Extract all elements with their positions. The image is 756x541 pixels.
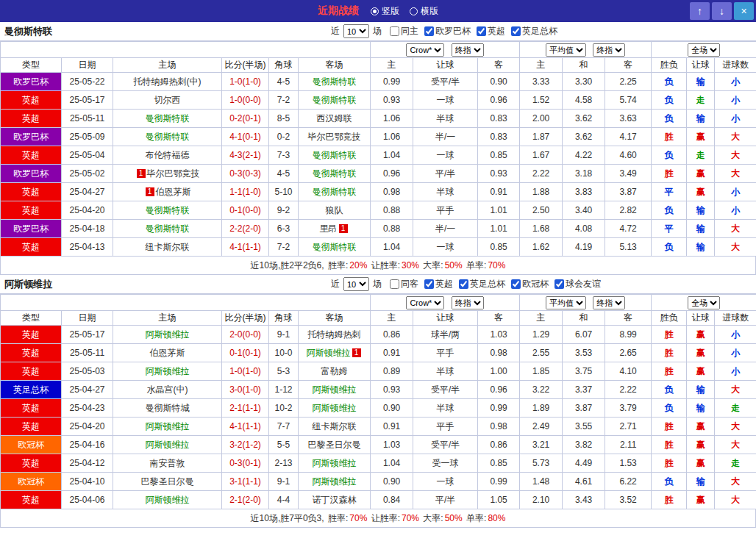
league-filter-checkbox[interactable] [424,279,434,289]
euro-draw-odds-cell: 3.82 [563,436,605,454]
odds-settings-row: Crow* 终指 平均值 终指 全场 [1,42,756,58]
match-row: 英超25-04-13纽卡斯尔联4-1(1-1)7-2曼彻斯特联1.04一球0.8… [1,238,756,257]
asia-odds-time-select[interactable]: 终指 [452,296,484,309]
league-filter[interactable]: 欧罗巴杯 [424,25,471,37]
league-filter[interactable]: 英超 [424,278,453,290]
scope-settings: 全场 [652,295,756,311]
euro-draw-odds-cell: 3.83 [563,183,605,201]
scroll-down-button[interactable]: ↓ [712,2,732,20]
handicap-result-cell: 赢 [687,128,715,146]
date-cell: 25-04-06 [62,491,113,509]
matches-table: Crow* 终指 平均值 终指 全场 类型日期主场比分(半场)角球客场主让球客主… [0,294,756,509]
euro-home-odds-cell: 1.88 [520,183,563,201]
goals-result-cell: 走 [715,399,756,418]
summary-stat-label: 胜率: [326,512,349,525]
asia-home-odds-cell: 0.86 [371,326,413,344]
league-filter[interactable]: 球会友谊 [554,278,601,290]
euro-odds-mode-select[interactable]: 平均值 [546,43,586,57]
summary-stat-value: 80% [488,513,505,523]
match-count-select[interactable]: 10 [343,277,369,291]
home-team-cell: 托特纳姆热刺(中) [113,73,222,91]
euro-away-odds-cell: 3.52 [605,491,652,509]
league-filter[interactable]: 欧冠杯 [511,278,549,290]
asia-odds-settings: Crow* 终指 [371,42,520,58]
handicap-result-cell: 赢 [687,165,715,183]
asia-home-odds-cell: 1.04 [371,146,413,165]
euro-home-odds-cell: 3.22 [520,381,563,399]
handicap-result-cell: 输 [687,110,715,128]
summary-stat-label: 让胜率: [368,512,400,525]
bookmaker-select[interactable]: Crow* [406,296,444,309]
asia-handicap-cell: 半/一 [413,220,478,238]
league-filter-checkbox[interactable] [424,26,434,36]
league-filter[interactable]: 英超 [477,25,505,37]
away-team-name: 阿斯顿维拉 [307,348,351,358]
league-cell: 欧罗巴杯 [1,220,62,238]
home-team-cell: 切尔西 [113,91,222,110]
league-filter[interactable]: 同主 [390,25,418,37]
layout-radio-vertical[interactable]: 竖版 [371,5,399,18]
euro-odds-time-select[interactable]: 终指 [593,296,625,309]
page-title: 近期战绩 [318,4,359,18]
league-filter-checkbox[interactable] [390,26,399,36]
handicap-result-cell: 赢 [687,362,715,381]
euro-home-odds-cell: 1.68 [520,220,563,238]
asia-home-odds-cell: 0.89 [371,362,413,381]
league-filter[interactable]: 同客 [390,278,418,290]
league-filter-checkbox[interactable] [554,279,564,289]
match-count-select[interactable]: 10 [343,24,369,38]
away-team-name: 阿斯顿维拉 [313,384,357,395]
league-cell: 英超 [1,238,62,257]
away-team-name: 曼彻斯特联 [313,168,357,179]
asia-odds-time-select[interactable]: 终指 [452,43,484,57]
league-filter-checkbox[interactable] [477,26,486,36]
asia-home-odds-cell: 0.90 [371,473,413,491]
corner-cell: 10-2 [269,399,299,418]
layout-radio-horizontal[interactable]: 横版 [410,5,438,18]
home-team-name: 曼彻斯特城 [146,403,190,413]
scroll-up-button[interactable]: ↑ [690,2,710,20]
league-filter-checkbox[interactable] [390,279,399,289]
column-header: 主 [371,311,413,326]
asia-handicap-cell: 一球 [413,473,478,491]
handicap-result-cell: 输 [687,73,715,91]
league-filter[interactable]: 英足总杯 [459,278,505,290]
home-team-cell: 巴黎圣日尔曼 [113,473,222,491]
close-button[interactable]: × [734,2,754,20]
league-filter-checkbox[interactable] [511,279,521,289]
home-team-name: 曼彻斯特联 [146,132,190,142]
euro-home-odds-cell: 3.33 [520,73,563,91]
league-cell: 英超 [1,399,62,418]
league-filter-checkbox[interactable] [459,279,468,289]
scope-select[interactable]: 全场 [688,296,720,309]
winloss-result-cell: 胜 [652,491,687,509]
euro-odds-settings: 平均值 终指 [520,295,652,311]
league-filter[interactable]: 英足总杯 [511,25,557,37]
scope-settings: 全场 [652,42,756,58]
winloss-result-cell: 负 [652,146,687,165]
date-cell: 25-04-16 [62,436,113,454]
handicap-result-cell: 输 [687,220,715,238]
euro-draw-odds-cell: 3.62 [563,110,605,128]
euro-odds-time-select[interactable]: 终指 [593,43,625,57]
column-header: 类型 [1,58,62,73]
asia-home-odds-cell: 1.04 [371,454,413,473]
score-cell: 0-2(0-1) [222,110,269,128]
league-filter-checkbox[interactable] [511,26,521,36]
euro-draw-odds-cell: 3.30 [563,73,605,91]
goals-result-cell: 大 [715,165,756,183]
handicap-result-cell: 赢 [687,436,715,454]
euro-away-odds-cell: 8.99 [605,326,652,344]
scope-select[interactable]: 全场 [688,43,720,57]
bookmaker-select[interactable]: Crow* [406,43,444,57]
winloss-result-cell: 负 [652,238,687,257]
home-team-cell: 曼彻斯特联 [113,201,222,220]
euro-away-odds-cell: 3.87 [605,183,652,201]
euro-odds-mode-select[interactable]: 平均值 [546,296,586,309]
asia-home-odds-cell: 0.98 [371,183,413,201]
winloss-result-cell: 胜 [652,418,687,436]
match-row: 英超25-05-11曼彻斯特联0-2(0-1)8-5西汉姆联1.06半球0.83… [1,110,756,128]
asia-home-odds-cell: 1.04 [371,238,413,257]
corner-cell: 9-1 [269,326,299,344]
match-row: 英超25-05-03阿斯顿维拉1-0(1-0)5-3富勒姆0.89半球1.001… [1,362,756,381]
